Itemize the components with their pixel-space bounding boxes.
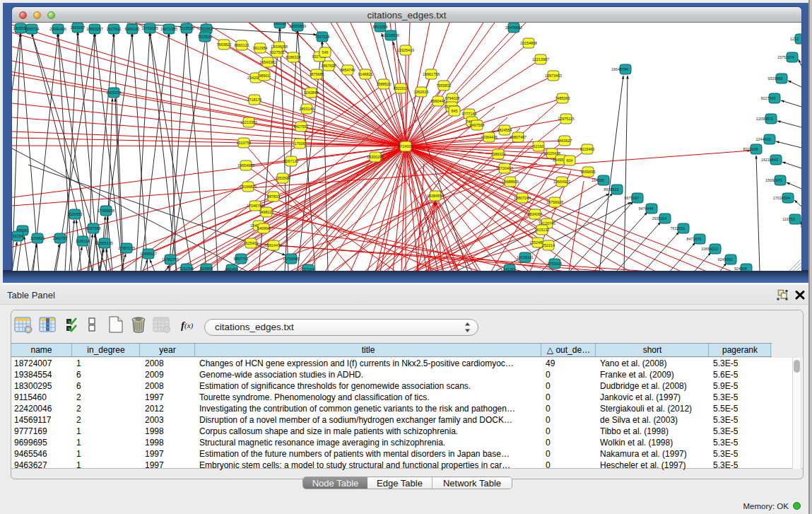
svg-text:2935114: 2935114 — [652, 216, 667, 221]
svg-text:6679197: 6679197 — [625, 196, 640, 200]
svg-text:887833: 887833 — [267, 194, 280, 199]
svg-text:1362615: 1362615 — [414, 90, 429, 94]
svg-text:824509: 824509 — [200, 267, 213, 271]
svg-text:10654112: 10654112 — [701, 247, 718, 251]
svg-text:12213967: 12213967 — [532, 57, 549, 62]
svg-text:10958117: 10958117 — [140, 252, 157, 256]
svg-text:845: 845 — [452, 109, 458, 113]
svg-text:93154: 93154 — [13, 234, 23, 238]
svg-text:8938923: 8938923 — [604, 187, 619, 192]
svg-text:9115460: 9115460 — [580, 147, 595, 151]
svg-text:16648784: 16648784 — [611, 67, 628, 71]
svg-text:7955812: 7955812 — [437, 83, 452, 88]
svg-text:7663822: 7663822 — [217, 42, 232, 47]
svg-text:9146821: 9146821 — [358, 72, 373, 76]
svg-text:1244419: 1244419 — [756, 137, 771, 141]
svg-text:116753: 116753 — [782, 217, 795, 221]
svg-text:20364436: 20364436 — [481, 135, 498, 139]
svg-text:9397568: 9397568 — [86, 226, 101, 230]
svg-text:17359938: 17359938 — [98, 209, 114, 213]
svg-text:1588520: 1588520 — [377, 82, 392, 86]
svg-text:16782759: 16782759 — [162, 257, 179, 262]
svg-text:1212: 1212 — [790, 37, 799, 41]
svg-text:9777169: 9777169 — [462, 112, 477, 116]
svg-text:8724007: 8724007 — [399, 144, 413, 148]
svg-text:9857791: 9857791 — [234, 257, 249, 261]
svg-text:13325419: 13325419 — [397, 48, 414, 52]
svg-text:9327505: 9327505 — [270, 50, 285, 54]
svg-text:9329966: 9329966 — [768, 76, 783, 81]
svg-text:98901: 98901 — [259, 74, 270, 78]
svg-text:3912954: 3912954 — [253, 46, 268, 50]
svg-text:3267130: 3267130 — [284, 159, 299, 163]
svg-text:16543382: 16543382 — [259, 60, 276, 64]
svg-text:3875685: 3875685 — [310, 72, 324, 76]
svg-text:20478682: 20478682 — [505, 25, 522, 30]
svg-text:540994: 540994 — [257, 226, 270, 230]
svg-text:1527602: 1527602 — [107, 27, 122, 31]
svg-text:10154808: 10154808 — [520, 41, 537, 45]
svg-text:1733426: 1733426 — [548, 262, 563, 266]
svg-text:12093872: 12093872 — [756, 117, 773, 121]
svg-text:16671385: 16671385 — [160, 27, 177, 31]
svg-text:8660123: 8660123 — [235, 43, 249, 47]
svg-text:2942757: 2942757 — [53, 236, 68, 240]
svg-text:6497568: 6497568 — [470, 123, 485, 127]
svg-text:16961758: 16961758 — [423, 72, 440, 76]
svg-text:15716485: 15716485 — [283, 257, 300, 261]
svg-text:9245052: 9245052 — [718, 257, 733, 262]
svg-text:3498222: 3498222 — [259, 210, 274, 214]
svg-text:12975115: 12975115 — [558, 117, 575, 121]
svg-text:19218506: 19218506 — [382, 33, 399, 37]
svg-text:15751074: 15751074 — [777, 55, 794, 59]
svg-text:2803144: 2803144 — [300, 107, 314, 111]
svg-text:14136141: 14136141 — [517, 255, 534, 259]
svg-text:1156829: 1156829 — [30, 236, 45, 240]
svg-text:2718176: 2718176 — [247, 98, 262, 102]
svg-text:2020653: 2020653 — [68, 212, 83, 216]
svg-text:20091406: 20091406 — [49, 27, 66, 31]
svg-text:1653267: 1653267 — [71, 25, 86, 30]
svg-text:4055714: 4055714 — [25, 27, 40, 31]
svg-text:8813054: 8813054 — [373, 25, 388, 29]
svg-text:8454749: 8454749 — [341, 68, 355, 72]
svg-text:604: 604 — [567, 158, 573, 163]
svg-text:164095: 164095 — [592, 178, 604, 182]
svg-text:10973403: 10973403 — [545, 74, 562, 78]
svg-text:19384554: 19384554 — [427, 194, 444, 198]
svg-text:7515526: 7515526 — [198, 35, 213, 39]
svg-text:157164: 157164 — [302, 267, 314, 271]
svg-text:17006: 17006 — [295, 141, 305, 146]
svg-text:15720407: 15720407 — [496, 166, 513, 170]
svg-text:15692971: 15692971 — [765, 178, 782, 182]
svg-text:9834067: 9834067 — [528, 212, 543, 216]
svg-text:160338: 160338 — [273, 23, 286, 25]
svg-text:17016504: 17016504 — [773, 196, 790, 200]
svg-text:12505135: 12505135 — [96, 241, 113, 245]
svg-text:2867608: 2867608 — [322, 64, 336, 68]
svg-text:6966160: 6966160 — [125, 27, 140, 31]
svg-text:17957235: 17957235 — [118, 246, 135, 250]
svg-text:13654923: 13654923 — [553, 180, 570, 184]
svg-text:3824554: 3824554 — [498, 128, 512, 132]
svg-text:141361: 141361 — [503, 267, 516, 271]
svg-text:19166825: 19166825 — [240, 185, 257, 189]
svg-text:9699695: 9699695 — [581, 170, 596, 174]
svg-text:751552: 751552 — [200, 27, 213, 31]
svg-text:8215938: 8215938 — [743, 147, 758, 151]
svg-text:16210643: 16210643 — [761, 158, 778, 162]
svg-text:18807249: 18807249 — [514, 196, 531, 200]
svg-text:12213383: 12213383 — [240, 120, 257, 124]
svg-text:8990448: 8990448 — [431, 99, 446, 103]
svg-text:1353594: 1353594 — [276, 176, 290, 180]
svg-text:8322017: 8322017 — [394, 86, 408, 90]
svg-text:18300295: 18300295 — [367, 155, 384, 159]
svg-text:546: 546 — [322, 50, 329, 54]
svg-text:(x): (x) — [184, 321, 194, 330]
svg-text:7632621: 7632621 — [671, 226, 686, 230]
svg-text:9227343: 9227343 — [761, 96, 776, 100]
svg-text:7357224: 7357224 — [315, 35, 330, 39]
svg-text:16914479: 16914479 — [265, 243, 282, 247]
svg-text:19756928: 19756928 — [546, 200, 563, 204]
svg-text:1192346: 1192346 — [180, 267, 194, 271]
